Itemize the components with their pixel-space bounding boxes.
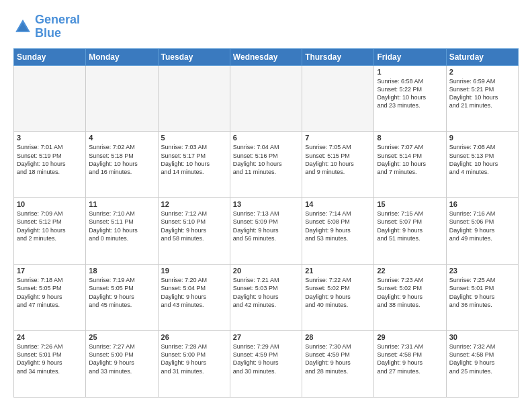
day-number: 2 — [449, 68, 515, 76]
day-number: 22 — [377, 267, 443, 275]
week-row-4: 24Sunrise: 7:26 AMSunset: 5:01 PMDayligh… — [14, 331, 519, 398]
calendar-cell: 1Sunrise: 6:58 AMSunset: 5:22 PMDaylight… — [374, 65, 446, 132]
header: General Blue — [13, 13, 519, 40]
calendar-cell: 19Sunrise: 7:20 AMSunset: 5:04 PMDayligh… — [158, 265, 230, 331]
day-info: Sunrise: 6:59 AMSunset: 5:21 PMDaylight:… — [449, 77, 515, 110]
calendar-cell: 4Sunrise: 7:02 AMSunset: 5:18 PMDaylight… — [86, 132, 158, 198]
calendar-cell: 13Sunrise: 7:13 AMSunset: 5:09 PMDayligh… — [230, 198, 302, 265]
calendar-cell: 26Sunrise: 7:28 AMSunset: 5:00 PMDayligh… — [158, 331, 230, 398]
week-row-0: 1Sunrise: 6:58 AMSunset: 5:22 PMDaylight… — [14, 65, 519, 132]
day-number: 3 — [17, 134, 83, 142]
calendar-cell — [86, 65, 158, 132]
calendar-cell: 11Sunrise: 7:10 AMSunset: 5:11 PMDayligh… — [86, 198, 158, 265]
week-row-3: 17Sunrise: 7:18 AMSunset: 5:05 PMDayligh… — [14, 265, 519, 331]
calendar-cell: 6Sunrise: 7:04 AMSunset: 5:16 PMDaylight… — [230, 132, 302, 198]
calendar-cell: 22Sunrise: 7:23 AMSunset: 5:02 PMDayligh… — [374, 265, 446, 331]
day-number: 9 — [449, 134, 515, 142]
day-info: Sunrise: 7:22 AMSunset: 5:02 PMDaylight:… — [305, 276, 371, 309]
day-info: Sunrise: 7:16 AMSunset: 5:06 PMDaylight:… — [449, 210, 515, 242]
calendar-cell: 9Sunrise: 7:08 AMSunset: 5:13 PMDaylight… — [446, 132, 518, 198]
day-number: 20 — [233, 267, 299, 275]
day-info: Sunrise: 7:18 AMSunset: 5:05 PMDaylight:… — [17, 276, 83, 309]
logo-blue: Blue — [35, 26, 61, 40]
weekday-header-row: SundayMondayTuesdayWednesdayThursdayFrid… — [14, 48, 519, 65]
calendar-cell — [302, 65, 374, 132]
day-number: 23 — [449, 267, 515, 275]
day-number: 26 — [161, 333, 227, 341]
calendar-cell: 7Sunrise: 7:05 AMSunset: 5:15 PMDaylight… — [302, 132, 374, 198]
day-number: 19 — [161, 267, 227, 275]
calendar-cell — [14, 65, 86, 132]
day-number: 4 — [89, 134, 154, 142]
day-info: Sunrise: 7:03 AMSunset: 5:17 PMDaylight:… — [161, 143, 227, 176]
day-number: 8 — [377, 134, 443, 142]
day-number: 1 — [377, 68, 443, 76]
day-number: 6 — [233, 134, 299, 142]
logo: General Blue — [13, 13, 80, 40]
weekday-header-thursday: Thursday — [302, 48, 374, 65]
day-number: 11 — [89, 200, 154, 208]
day-number: 5 — [161, 134, 227, 142]
weekday-header-saturday: Saturday — [446, 48, 518, 65]
day-info: Sunrise: 7:09 AMSunset: 5:12 PMDaylight:… — [17, 210, 83, 242]
logo-icon — [13, 17, 32, 36]
calendar-cell: 27Sunrise: 7:29 AMSunset: 4:59 PMDayligh… — [230, 331, 302, 398]
day-number: 15 — [377, 200, 443, 208]
calendar-cell: 29Sunrise: 7:31 AMSunset: 4:58 PMDayligh… — [374, 331, 446, 398]
day-info: Sunrise: 7:31 AMSunset: 4:58 PMDaylight:… — [377, 342, 443, 375]
day-info: Sunrise: 7:23 AMSunset: 5:02 PMDaylight:… — [377, 276, 443, 309]
calendar-cell: 17Sunrise: 7:18 AMSunset: 5:05 PMDayligh… — [14, 265, 86, 331]
day-info: Sunrise: 7:02 AMSunset: 5:18 PMDaylight:… — [89, 143, 154, 176]
day-number: 10 — [17, 200, 83, 208]
calendar-cell: 30Sunrise: 7:32 AMSunset: 4:58 PMDayligh… — [446, 331, 518, 398]
day-info: Sunrise: 7:08 AMSunset: 5:13 PMDaylight:… — [449, 143, 515, 176]
calendar-cell: 14Sunrise: 7:14 AMSunset: 5:08 PMDayligh… — [302, 198, 374, 265]
calendar-cell: 2Sunrise: 6:59 AMSunset: 5:21 PMDaylight… — [446, 65, 518, 132]
calendar-cell: 10Sunrise: 7:09 AMSunset: 5:12 PMDayligh… — [14, 198, 86, 265]
day-number: 28 — [305, 333, 371, 341]
day-info: Sunrise: 7:15 AMSunset: 5:07 PMDaylight:… — [377, 210, 443, 242]
day-number: 25 — [89, 333, 154, 341]
calendar-cell: 3Sunrise: 7:01 AMSunset: 5:19 PMDaylight… — [14, 132, 86, 198]
day-number: 21 — [305, 267, 371, 275]
logo-text: General Blue — [35, 13, 80, 40]
calendar-cell: 15Sunrise: 7:15 AMSunset: 5:07 PMDayligh… — [374, 198, 446, 265]
day-info: Sunrise: 6:58 AMSunset: 5:22 PMDaylight:… — [377, 77, 443, 110]
calendar-cell: 8Sunrise: 7:07 AMSunset: 5:14 PMDaylight… — [374, 132, 446, 198]
day-number: 14 — [305, 200, 371, 208]
day-number: 16 — [449, 200, 515, 208]
calendar-cell: 18Sunrise: 7:19 AMSunset: 5:05 PMDayligh… — [86, 265, 158, 331]
day-info: Sunrise: 7:20 AMSunset: 5:04 PMDaylight:… — [161, 276, 227, 309]
day-info: Sunrise: 7:13 AMSunset: 5:09 PMDaylight:… — [233, 210, 299, 242]
calendar-cell: 24Sunrise: 7:26 AMSunset: 5:01 PMDayligh… — [14, 331, 86, 398]
day-info: Sunrise: 7:25 AMSunset: 5:01 PMDaylight:… — [449, 276, 515, 309]
day-info: Sunrise: 7:05 AMSunset: 5:15 PMDaylight:… — [305, 143, 371, 176]
day-info: Sunrise: 7:28 AMSunset: 5:00 PMDaylight:… — [161, 342, 227, 375]
weekday-header-friday: Friday — [374, 48, 446, 65]
day-info: Sunrise: 7:32 AMSunset: 4:58 PMDaylight:… — [449, 342, 515, 375]
calendar-cell: 12Sunrise: 7:12 AMSunset: 5:10 PMDayligh… — [158, 198, 230, 265]
day-info: Sunrise: 7:30 AMSunset: 4:59 PMDaylight:… — [305, 342, 371, 375]
day-number: 12 — [161, 200, 227, 208]
calendar-cell: 16Sunrise: 7:16 AMSunset: 5:06 PMDayligh… — [446, 198, 518, 265]
day-info: Sunrise: 7:26 AMSunset: 5:01 PMDaylight:… — [17, 342, 83, 375]
page: General Blue SundayMondayTuesdayWednesda… — [0, 0, 532, 411]
day-info: Sunrise: 7:14 AMSunset: 5:08 PMDaylight:… — [305, 210, 371, 242]
day-info: Sunrise: 7:04 AMSunset: 5:16 PMDaylight:… — [233, 143, 299, 176]
day-number: 29 — [377, 333, 443, 341]
calendar-cell: 28Sunrise: 7:30 AMSunset: 4:59 PMDayligh… — [302, 331, 374, 398]
calendar-cell: 23Sunrise: 7:25 AMSunset: 5:01 PMDayligh… — [446, 265, 518, 331]
day-number: 24 — [17, 333, 83, 341]
calendar: SundayMondayTuesdayWednesdayThursdayFrid… — [13, 48, 519, 398]
week-row-2: 10Sunrise: 7:09 AMSunset: 5:12 PMDayligh… — [14, 198, 519, 265]
weekday-header-wednesday: Wednesday — [230, 48, 302, 65]
day-info: Sunrise: 7:12 AMSunset: 5:10 PMDaylight:… — [161, 210, 227, 242]
day-info: Sunrise: 7:29 AMSunset: 4:59 PMDaylight:… — [233, 342, 299, 375]
day-info: Sunrise: 7:01 AMSunset: 5:19 PMDaylight:… — [17, 143, 83, 176]
day-number: 13 — [233, 200, 299, 208]
calendar-cell: 21Sunrise: 7:22 AMSunset: 5:02 PMDayligh… — [302, 265, 374, 331]
calendar-cell — [158, 65, 230, 132]
day-number: 7 — [305, 134, 371, 142]
day-info: Sunrise: 7:07 AMSunset: 5:14 PMDaylight:… — [377, 143, 443, 176]
weekday-header-monday: Monday — [86, 48, 158, 65]
